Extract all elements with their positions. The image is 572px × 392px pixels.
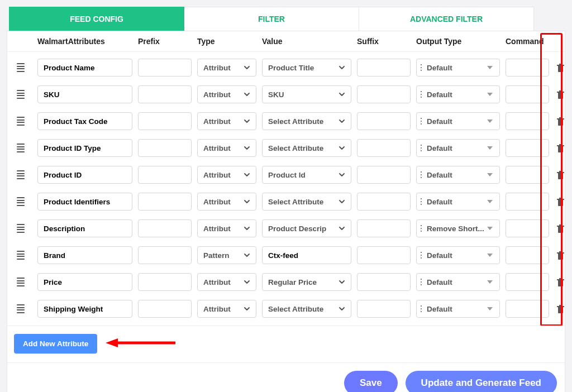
prefix-value[interactable]	[144, 224, 185, 233]
type-select[interactable]: Attribut	[197, 273, 256, 291]
add-new-attribute-button[interactable]: Add New Attribute	[14, 334, 97, 353]
value-select[interactable]: Select Attribute	[262, 112, 351, 130]
output-type-select[interactable]: Default	[416, 139, 500, 157]
prefix-value[interactable]	[144, 278, 185, 286]
command-value[interactable]	[512, 198, 543, 206]
type-select[interactable]: Attribut	[197, 59, 256, 77]
command-value[interactable]	[512, 90, 543, 99]
suffix-value[interactable]	[363, 251, 404, 260]
command-input[interactable]	[506, 112, 549, 130]
drag-handle-icon[interactable]	[16, 197, 25, 206]
tab-advanced-filter[interactable]: ADVANCED FILTER	[359, 7, 534, 31]
value-input[interactable]	[262, 246, 351, 264]
command-input[interactable]	[506, 219, 549, 237]
walmart-attribute-input[interactable]	[37, 139, 132, 157]
command-value[interactable]	[512, 144, 543, 152]
command-value[interactable]	[512, 305, 543, 313]
walmart-attribute-input[interactable]	[37, 273, 132, 291]
prefix-input[interactable]	[138, 139, 192, 157]
walmart-attribute-input[interactable]	[37, 300, 132, 318]
suffix-input[interactable]	[357, 59, 411, 77]
command-value[interactable]	[512, 251, 543, 260]
output-type-select[interactable]: Default	[416, 246, 500, 264]
suffix-value[interactable]	[363, 198, 404, 206]
prefix-input[interactable]	[138, 246, 192, 264]
prefix-value[interactable]	[144, 144, 185, 152]
walmart-attribute-value[interactable]	[44, 198, 126, 206]
command-input[interactable]	[506, 300, 549, 318]
suffix-input[interactable]	[357, 246, 411, 264]
delete-row-button[interactable]	[555, 169, 566, 180]
value-input-text[interactable]	[268, 251, 345, 260]
drag-handle-icon[interactable]	[16, 304, 25, 313]
output-type-select[interactable]: Remove Short...	[416, 219, 500, 237]
value-select[interactable]: Select Attribute	[262, 139, 351, 157]
command-input[interactable]	[506, 85, 549, 103]
prefix-input[interactable]	[138, 193, 192, 211]
command-input[interactable]	[506, 166, 549, 184]
output-type-select[interactable]: Default	[416, 85, 500, 103]
suffix-value[interactable]	[363, 171, 404, 179]
output-type-select[interactable]: Default	[416, 59, 500, 77]
delete-row-button[interactable]	[555, 303, 566, 314]
command-value[interactable]	[512, 64, 543, 72]
update-generate-feed-button[interactable]: Update and Generate Feed	[406, 371, 557, 392]
drag-handle-icon[interactable]	[16, 63, 25, 72]
prefix-value[interactable]	[144, 251, 185, 260]
value-select[interactable]: Product Title	[262, 59, 351, 77]
type-select[interactable]: Attribut	[197, 166, 256, 184]
type-select[interactable]: Pattern	[197, 246, 256, 264]
drag-handle-icon[interactable]	[16, 144, 25, 152]
value-select[interactable]: Select Attribute	[262, 300, 351, 318]
drag-handle-icon[interactable]	[16, 117, 25, 126]
prefix-input[interactable]	[138, 273, 192, 291]
walmart-attribute-value[interactable]	[44, 224, 126, 233]
suffix-value[interactable]	[363, 144, 404, 152]
delete-row-button[interactable]	[555, 250, 566, 261]
prefix-input[interactable]	[138, 219, 192, 237]
prefix-input[interactable]	[138, 300, 192, 318]
walmart-attribute-input[interactable]	[37, 246, 132, 264]
walmart-attribute-value[interactable]	[44, 305, 126, 313]
value-select[interactable]: Product Descrip	[262, 219, 351, 237]
delete-row-button[interactable]	[555, 276, 566, 288]
output-type-select[interactable]: Default	[416, 166, 500, 184]
walmart-attribute-input[interactable]	[37, 193, 132, 211]
command-input[interactable]	[506, 193, 549, 211]
drag-handle-icon[interactable]	[16, 90, 25, 99]
value-select[interactable]: Product Id	[262, 166, 351, 184]
walmart-attribute-value[interactable]	[44, 171, 126, 179]
command-input[interactable]	[506, 273, 549, 291]
command-input[interactable]	[506, 139, 549, 157]
suffix-input[interactable]	[357, 166, 411, 184]
delete-row-button[interactable]	[555, 142, 566, 154]
value-select[interactable]: SKU	[262, 85, 351, 103]
type-select[interactable]: Attribut	[197, 219, 256, 237]
drag-handle-icon[interactable]	[16, 224, 25, 233]
walmart-attribute-input[interactable]	[37, 166, 132, 184]
command-input[interactable]	[506, 246, 549, 264]
prefix-value[interactable]	[144, 305, 185, 313]
command-value[interactable]	[512, 171, 543, 179]
walmart-attribute-input[interactable]	[37, 59, 132, 77]
tab-feed-config[interactable]: FEED CONFIG	[9, 7, 184, 31]
delete-row-button[interactable]	[555, 196, 566, 207]
command-input[interactable]	[506, 59, 549, 77]
walmart-attribute-input[interactable]	[37, 85, 132, 103]
save-button[interactable]: Save	[344, 371, 398, 392]
tab-filter[interactable]: FILTER	[184, 7, 359, 31]
type-select[interactable]: Attribut	[197, 139, 256, 157]
value-select[interactable]: Select Attribute	[262, 193, 351, 211]
type-select[interactable]: Attribut	[197, 300, 256, 318]
suffix-value[interactable]	[363, 224, 404, 233]
suffix-value[interactable]	[363, 305, 404, 313]
walmart-attribute-value[interactable]	[44, 278, 126, 286]
walmart-attribute-value[interactable]	[44, 117, 126, 126]
prefix-value[interactable]	[144, 64, 185, 72]
suffix-input[interactable]	[357, 112, 411, 130]
walmart-attribute-value[interactable]	[44, 144, 126, 152]
delete-row-button[interactable]	[555, 62, 566, 73]
suffix-value[interactable]	[363, 90, 404, 99]
suffix-value[interactable]	[363, 117, 404, 126]
suffix-input[interactable]	[357, 193, 411, 211]
